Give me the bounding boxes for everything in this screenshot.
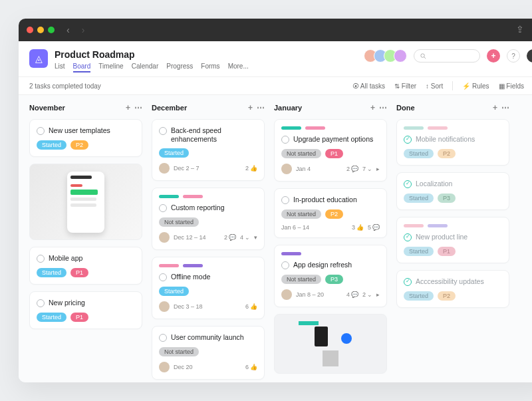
status-pill: Not started xyxy=(281,149,321,158)
task-card[interactable]: Mobile notifications StartedP2 xyxy=(396,119,509,166)
task-card[interactable]: New product line StartedP1 xyxy=(396,217,509,263)
due-date: Dec 2 – 7 xyxy=(174,165,200,172)
window-controls xyxy=(27,27,55,33)
tab-calendar[interactable]: Calendar xyxy=(132,63,159,72)
task-title: App design refresh xyxy=(293,261,352,269)
status-pill: Started xyxy=(37,268,66,277)
priority-pill: P1 xyxy=(70,268,88,277)
tag-indicator xyxy=(404,126,424,130)
complete-check-icon[interactable] xyxy=(159,273,167,281)
task-card-image[interactable] xyxy=(274,314,387,374)
close-window[interactable] xyxy=(27,27,33,33)
avatar[interactable] xyxy=(394,49,407,63)
member-avatars[interactable] xyxy=(364,49,407,63)
likes-count: 3 👍 xyxy=(352,224,364,231)
assignee-avatar xyxy=(281,164,292,174)
priority-pill: P2 xyxy=(325,209,343,219)
tab-forms[interactable]: Forms xyxy=(201,63,219,72)
assignee-avatar xyxy=(159,163,170,174)
task-card[interactable]: User community launch Not started Dec 20… xyxy=(152,326,265,380)
nav-back-icon[interactable]: ‹ xyxy=(66,25,70,35)
task-card[interactable]: New pricing StartedP1 xyxy=(29,291,142,329)
tab-timeline[interactable]: Timeline xyxy=(98,63,123,72)
share-icon[interactable]: ⇪ xyxy=(516,24,524,36)
complete-check-icon[interactable] xyxy=(37,127,45,135)
task-card[interactable]: Back-end speed enhancements Started Dec … xyxy=(152,119,265,181)
due-date: Dec 12 – 14 xyxy=(174,234,206,241)
task-card[interactable]: Offline mode Started Dec 3 – 186 👍 xyxy=(152,257,265,319)
add-task-icon[interactable]: + xyxy=(493,103,497,112)
task-title: In-product education xyxy=(293,196,357,204)
column-menu-icon[interactable]: ⋯ xyxy=(134,103,142,112)
maximize-window[interactable] xyxy=(48,27,55,33)
tab-progress[interactable]: Progress xyxy=(166,63,193,72)
view-tabs: List Board Timeline Calendar Progress Fo… xyxy=(55,63,249,72)
tab-board[interactable]: Board xyxy=(73,63,91,72)
complete-check-icon[interactable] xyxy=(159,334,167,342)
complete-check-icon[interactable] xyxy=(159,127,167,135)
complete-check-icon[interactable] xyxy=(404,136,412,144)
filter-button[interactable]: ⇅ Filter xyxy=(394,82,416,90)
complete-check-icon[interactable] xyxy=(404,278,412,286)
add-task-icon[interactable]: + xyxy=(370,103,375,112)
assignee-avatar xyxy=(159,232,170,243)
column-title: Done xyxy=(396,104,415,112)
search-input[interactable] xyxy=(414,49,480,63)
task-card[interactable]: Localization StartedP3 xyxy=(396,172,509,210)
task-title: Mobile notifications xyxy=(416,135,475,144)
likes-count: 2 👍 xyxy=(245,165,257,172)
fields-button[interactable]: ▦ Fields xyxy=(499,82,524,90)
app-window: ‹ › ⇪ ＋ ◬ Product Roadmap List Board Tim… xyxy=(19,19,532,382)
complete-check-icon[interactable] xyxy=(281,136,289,144)
task-title: Localization xyxy=(416,180,452,188)
tab-list[interactable]: List xyxy=(55,63,65,72)
tag-indicator xyxy=(159,264,179,267)
task-card[interactable]: Mobile app StartedP1 xyxy=(29,247,142,285)
help-button[interactable]: ? xyxy=(507,49,520,63)
due-date: Jan 4 xyxy=(296,166,311,172)
task-card[interactable]: Custom reporting Not started Dec 12 – 14… xyxy=(152,188,265,250)
complete-check-icon[interactable] xyxy=(404,180,412,188)
rules-button[interactable]: ⚡ Rules xyxy=(462,82,489,90)
tag-indicator xyxy=(281,126,301,130)
status-pill: Not started xyxy=(281,209,321,219)
chevron-right-icon[interactable]: ▸ xyxy=(376,166,380,172)
chevron-down-icon[interactable]: ▾ xyxy=(254,234,257,241)
add-task-icon[interactable]: + xyxy=(126,103,130,112)
complete-check-icon[interactable] xyxy=(37,299,45,307)
add-button[interactable]: + xyxy=(487,49,500,63)
task-card[interactable]: In-product education Not startedP2 Jan 6… xyxy=(274,188,387,238)
complete-check-icon[interactable] xyxy=(404,233,412,241)
sort-button[interactable]: ↕ Sort xyxy=(426,82,443,90)
add-task-icon[interactable]: + xyxy=(248,103,253,112)
likes-count: 6 👍 xyxy=(245,364,257,370)
tag-indicator xyxy=(404,224,424,227)
task-card[interactable]: Acccessibility updates StartedP2 xyxy=(396,270,509,308)
tab-more[interactable]: More... xyxy=(228,63,249,72)
task-title: Upgrade payment options xyxy=(293,135,373,144)
chevron-right-icon[interactable]: ▸ xyxy=(376,291,380,298)
minimize-window[interactable] xyxy=(37,27,44,33)
complete-check-icon[interactable] xyxy=(281,196,289,204)
task-card[interactable]: New user templates StartedP2 xyxy=(29,119,142,157)
complete-check-icon[interactable] xyxy=(37,255,45,263)
current-user-avatar[interactable] xyxy=(527,49,532,63)
status-pill: Started xyxy=(404,247,434,256)
complete-check-icon[interactable] xyxy=(159,204,167,212)
filter-all-tasks[interactable]: ⦿ All tasks xyxy=(352,82,385,90)
status-pill: Started xyxy=(404,194,434,203)
complete-check-icon[interactable] xyxy=(281,261,289,269)
task-card[interactable]: Upgrade payment options Not startedP1 Ja… xyxy=(274,119,387,182)
task-title: New pricing xyxy=(49,299,85,307)
priority-pill: P2 xyxy=(70,140,88,150)
column-menu-icon[interactable]: ⋯ xyxy=(379,103,387,112)
column-menu-icon[interactable]: ⋯ xyxy=(257,103,265,112)
column-done: Done +⋯ Mobile notifications StartedP2 L… xyxy=(396,103,509,374)
task-card-image[interactable] xyxy=(29,164,142,240)
nav-forward-icon[interactable]: › xyxy=(82,25,85,35)
priority-pill: P1 xyxy=(325,149,343,158)
task-card[interactable]: App design refresh Not startedP3 Jan 8 –… xyxy=(274,245,387,307)
status-pill: Started xyxy=(159,148,189,158)
column-menu-icon[interactable]: ⋯ xyxy=(501,103,509,112)
column-december: December +⋯ Back-end speed enhancements … xyxy=(152,103,265,374)
